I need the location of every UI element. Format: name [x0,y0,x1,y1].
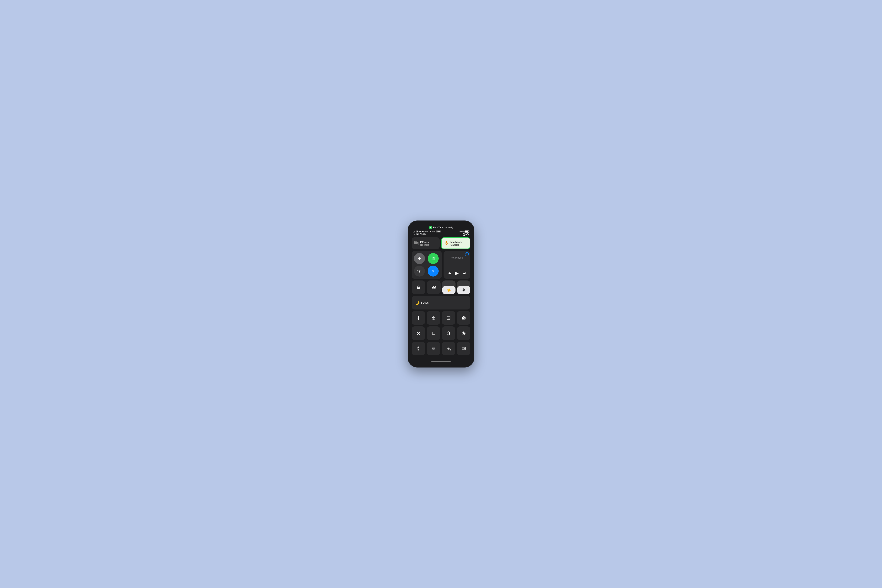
third-row: ☀️ [412,280,470,294]
wallet-button[interactable] [457,342,470,356]
facetime-label: FaceTime, recently [433,226,453,229]
status-icons [463,233,469,236]
svg-point-33 [464,289,465,291]
carrier-info: P vodafone UK 5G VPN M O2-UK [413,230,441,236]
svg-point-43 [447,318,448,318]
svg-rect-34 [418,319,419,320]
clock-icon [463,233,465,236]
svg-rect-32 [464,288,464,291]
vpn-badge: VPN [436,231,441,232]
status-bar: FaceTime, recently P vodafone UK 5G VPN [411,224,471,237]
timer-button[interactable] [427,311,440,325]
shazam-button[interactable] [427,342,440,356]
svg-point-44 [448,318,448,318]
svg-rect-51 [463,316,465,317]
svg-rect-41 [447,317,448,317]
icon-row-3 [412,342,470,356]
screen-lock-button[interactable] [412,280,425,294]
cellular-button[interactable] [428,253,439,264]
svg-rect-6 [468,234,469,235]
moon-icon: 🌙 [415,300,420,305]
battery-info: 96% [459,230,469,236]
svg-point-23 [466,255,467,255]
svg-point-45 [449,318,450,318]
screen-record-button[interactable] [457,326,470,340]
not-playing-label: Not Playing [446,256,468,259]
volume-slider[interactable] [457,280,470,294]
mic-mode-tile[interactable]: Mic Mode Standard [441,237,470,249]
svg-point-21 [433,257,434,258]
carrier2-badge: M [416,233,419,235]
dark-mode-button[interactable] [442,326,455,340]
icon-row-1 [412,311,470,325]
svg-point-52 [465,317,465,318]
airplane-button[interactable] [414,253,425,264]
svg-line-39 [435,317,435,317]
battery-fill [465,231,468,232]
flashlight-button[interactable] [412,311,425,325]
volume-icon [462,288,465,292]
signal-bars-1 [413,231,416,232]
svg-line-37 [434,318,434,319]
wifi-button[interactable] [414,266,425,276]
media-tile[interactable]: Not Playing ⏮ ▶ ⏭ [444,250,470,279]
effects-mic-row: Effects No effect Mic Mode Stand [412,237,470,249]
carrier2-name: O2-UK [420,233,426,236]
battery-pct: 96% [459,230,464,232]
brightness-slider[interactable]: ☀️ [442,280,456,294]
svg-point-47 [448,319,448,319]
svg-rect-28 [434,286,435,288]
headphone-icon [466,233,469,236]
svg-rect-60 [432,332,434,334]
mic-mode-text: Mic Mode Standard [450,241,462,246]
calculator-button[interactable] [442,311,455,325]
facetime-indicator: FaceTime, recently [413,226,469,229]
effects-tile[interactable]: Effects No effect [412,237,440,249]
next-button[interactable]: ⏭ [462,271,466,275]
svg-rect-16 [432,259,432,260]
mic-mode-icon [444,240,449,246]
effects-text: Effects No effect [420,241,429,246]
svg-rect-77 [464,348,465,349]
phone-container: FaceTime, recently P vodafone UK 5G VPN [408,220,474,368]
battery-icon [465,231,469,232]
svg-rect-18 [434,258,434,260]
home-indicator[interactable] [431,361,451,362]
airdrop-icon [465,252,469,256]
signal-bars-2 [413,233,416,235]
svg-line-55 [418,334,419,334]
svg-rect-5 [466,234,467,235]
focus-row: 🌙 Focus [412,296,470,309]
connectivity-tile [412,250,442,279]
mic-mode-sublabel: Standard [450,244,462,246]
svg-line-57 [419,332,420,333]
conn-media-row: Not Playing ⏮ ▶ ⏭ [412,250,470,279]
alarm-button[interactable] [412,326,425,340]
screen-mirror-button[interactable] [427,280,441,294]
svg-line-4 [464,234,465,235]
svg-rect-42 [449,317,450,317]
focus-button[interactable]: 🌙 Focus [412,296,470,309]
play-button[interactable]: ▶ [455,271,459,276]
focus-label: Focus [421,301,429,304]
svg-point-46 [447,319,448,319]
svg-line-56 [417,332,418,333]
bluetooth-button[interactable] [428,266,439,276]
effects-sublabel: No effect [420,244,429,246]
battery-status-button[interactable] [427,326,440,340]
effects-label: Effects [420,241,429,244]
svg-rect-19 [435,257,435,260]
prev-button[interactable]: ⏮ [448,271,452,275]
icon-row-2 [412,326,470,340]
svg-point-64 [418,349,418,350]
svg-rect-27 [432,286,434,288]
sound-recognition-button[interactable] [442,342,455,356]
camera-button[interactable] [457,311,470,325]
effects-video-icon [414,241,418,246]
media-controls: ⏮ ▶ ⏭ [446,271,468,276]
svg-line-74 [450,350,451,350]
svg-rect-0 [430,227,431,228]
brightness-icon: ☀️ [447,288,451,292]
svg-rect-59 [435,333,435,334]
hearing-button[interactable] [412,342,425,356]
